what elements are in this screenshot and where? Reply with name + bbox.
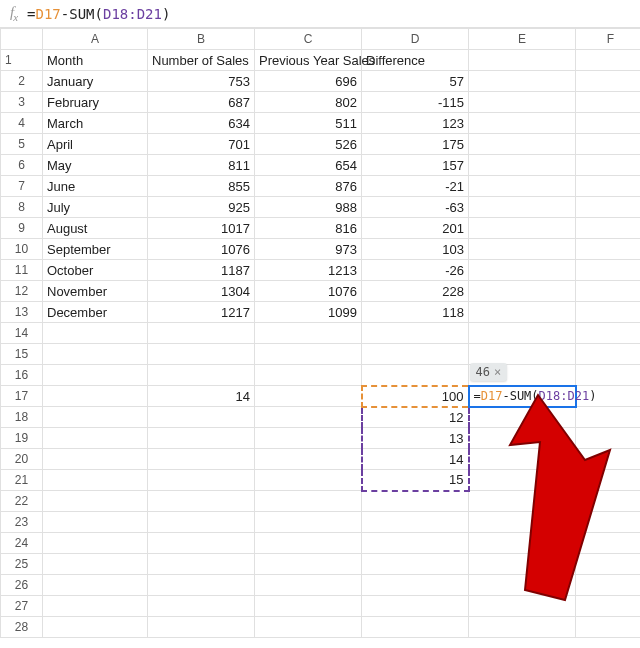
cell-B8[interactable]: 925: [148, 197, 255, 218]
cell-E23[interactable]: [469, 512, 576, 533]
cell-D11[interactable]: -26: [362, 260, 469, 281]
cell-A27[interactable]: [43, 596, 148, 617]
row-header[interactable]: 18: [1, 407, 43, 428]
cell-A10[interactable]: September: [43, 239, 148, 260]
cell-B18[interactable]: [148, 407, 255, 428]
cell-C21[interactable]: [255, 470, 362, 491]
cell-D3[interactable]: -115: [362, 92, 469, 113]
cell-C27[interactable]: [255, 596, 362, 617]
cell-E28[interactable]: [469, 617, 576, 638]
cell-E5[interactable]: [469, 134, 576, 155]
cell-D9[interactable]: 201: [362, 218, 469, 239]
cell-B24[interactable]: [148, 533, 255, 554]
cell-E9[interactable]: [469, 218, 576, 239]
cell-E13[interactable]: [469, 302, 576, 323]
row-header[interactable]: 15: [1, 344, 43, 365]
cell-E21[interactable]: [469, 470, 576, 491]
formula-input[interactable]: =D17-SUM(D18:D21): [27, 6, 636, 22]
cell-F12[interactable]: [576, 281, 641, 302]
cell-C11[interactable]: 1213: [255, 260, 362, 281]
cell-C2[interactable]: 696: [255, 71, 362, 92]
cell-E10[interactable]: [469, 239, 576, 260]
cell-A4[interactable]: March: [43, 113, 148, 134]
cell-B14[interactable]: [148, 323, 255, 344]
cell-F25[interactable]: [576, 554, 641, 575]
cell-F4[interactable]: [576, 113, 641, 134]
cell-E4[interactable]: [469, 113, 576, 134]
cell-F16[interactable]: [576, 365, 641, 386]
cell-C10[interactable]: 973: [255, 239, 362, 260]
cell-E25[interactable]: [469, 554, 576, 575]
cell-D6[interactable]: 157: [362, 155, 469, 176]
cell-F1[interactable]: [576, 50, 641, 71]
cell-F28[interactable]: [576, 617, 641, 638]
cell-F18[interactable]: [576, 407, 641, 428]
row-header[interactable]: 27: [1, 596, 43, 617]
cell-B13[interactable]: 1217: [148, 302, 255, 323]
cell-E14[interactable]: [469, 323, 576, 344]
cell-B26[interactable]: [148, 575, 255, 596]
cell-A6[interactable]: May: [43, 155, 148, 176]
row-header[interactable]: 21: [1, 470, 43, 491]
formula-bar[interactable]: fx =D17-SUM(D18:D21): [0, 0, 640, 28]
row-header[interactable]: 26: [1, 575, 43, 596]
cell-A25[interactable]: [43, 554, 148, 575]
cell-D10[interactable]: 103: [362, 239, 469, 260]
cell-C24[interactable]: [255, 533, 362, 554]
cell-D17[interactable]: 100: [362, 386, 469, 407]
cell-E19[interactable]: [469, 428, 576, 449]
cell-C18[interactable]: [255, 407, 362, 428]
cell-E2[interactable]: [469, 71, 576, 92]
cell-E27[interactable]: [469, 596, 576, 617]
cell-A8[interactable]: July: [43, 197, 148, 218]
cell-F23[interactable]: [576, 512, 641, 533]
cell-C28[interactable]: [255, 617, 362, 638]
col-header-C[interactable]: C: [255, 29, 362, 50]
inline-formula[interactable]: =D17-SUM(D18:D21): [474, 389, 597, 403]
row-header[interactable]: 5: [1, 134, 43, 155]
cell-A22[interactable]: [43, 491, 148, 512]
cell-B4[interactable]: 634: [148, 113, 255, 134]
cell-F10[interactable]: [576, 239, 641, 260]
cell-E24[interactable]: [469, 533, 576, 554]
cell-F24[interactable]: [576, 533, 641, 554]
cell-C3[interactable]: 802: [255, 92, 362, 113]
cell-B17[interactable]: 14: [148, 386, 255, 407]
cell-B20[interactable]: [148, 449, 255, 470]
cell-D20[interactable]: 14: [362, 449, 469, 470]
cell-E7[interactable]: [469, 176, 576, 197]
row-header[interactable]: 8: [1, 197, 43, 218]
cell-F3[interactable]: [576, 92, 641, 113]
cell-C22[interactable]: [255, 491, 362, 512]
cell-A1[interactable]: Month: [43, 50, 148, 71]
cell-D24[interactable]: [362, 533, 469, 554]
cell-D27[interactable]: [362, 596, 469, 617]
row-header[interactable]: 16: [1, 365, 43, 386]
cell-A28[interactable]: [43, 617, 148, 638]
cell-D15[interactable]: [362, 344, 469, 365]
cell-B6[interactable]: 811: [148, 155, 255, 176]
cell-B16[interactable]: [148, 365, 255, 386]
cell-D25[interactable]: [362, 554, 469, 575]
cell-F7[interactable]: [576, 176, 641, 197]
cell-C20[interactable]: [255, 449, 362, 470]
row-header[interactable]: 9: [1, 218, 43, 239]
cell-C6[interactable]: 654: [255, 155, 362, 176]
cell-F15[interactable]: [576, 344, 641, 365]
cell-B10[interactable]: 1076: [148, 239, 255, 260]
row-header[interactable]: 2: [1, 71, 43, 92]
cell-C23[interactable]: [255, 512, 362, 533]
cell-A11[interactable]: October: [43, 260, 148, 281]
cell-D14[interactable]: [362, 323, 469, 344]
cell-A14[interactable]: [43, 323, 148, 344]
cell-B15[interactable]: [148, 344, 255, 365]
cell-F19[interactable]: [576, 428, 641, 449]
col-header-D[interactable]: D: [362, 29, 469, 50]
cell-A5[interactable]: April: [43, 134, 148, 155]
row-header[interactable]: 6: [1, 155, 43, 176]
cell-C12[interactable]: 1076: [255, 281, 362, 302]
row-header[interactable]: 25: [1, 554, 43, 575]
cell-E6[interactable]: [469, 155, 576, 176]
cell-A9[interactable]: August: [43, 218, 148, 239]
corner-cell[interactable]: [1, 29, 43, 50]
